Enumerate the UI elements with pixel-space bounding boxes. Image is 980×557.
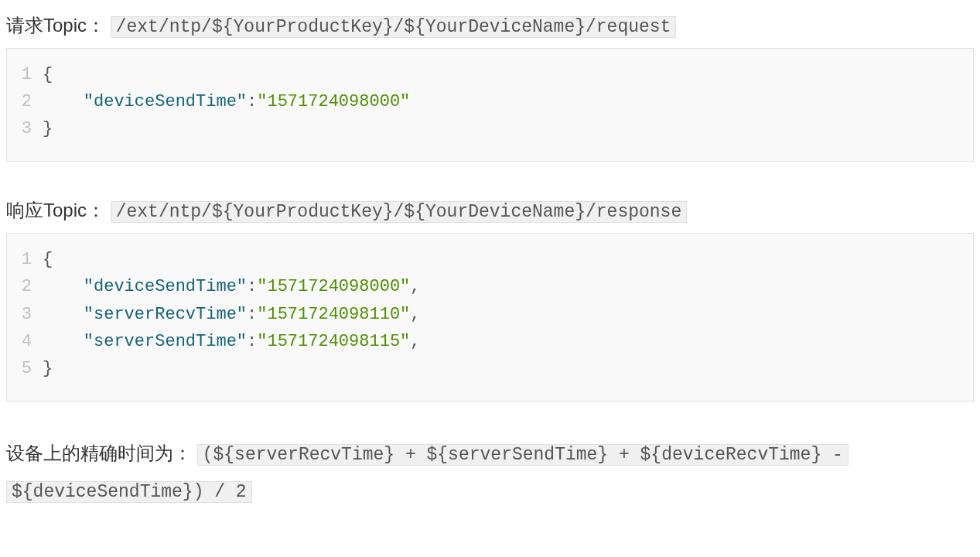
- line-number: 2: [7, 88, 43, 115]
- code-token-key: "serverRecvTime": [84, 305, 247, 324]
- formula-label: 设备上的精确时间为：: [6, 443, 192, 463]
- code-line: 2 "deviceSendTime":"1571724098000": [7, 88, 973, 115]
- code-token-str: "1571724098115": [257, 332, 410, 351]
- code-line: 4 "serverSendTime":"1571724098115",: [7, 328, 973, 355]
- code-line: 1{: [7, 246, 973, 273]
- code-token-key: "deviceSendTime": [84, 277, 247, 296]
- code-line: 3}: [7, 115, 973, 142]
- code-token-punct: [43, 305, 84, 324]
- code-token-str: "1571724098000": [257, 92, 410, 111]
- code-token-punct: :: [247, 277, 257, 296]
- line-number: 3: [7, 301, 43, 328]
- line-number: 4: [7, 328, 43, 355]
- line-number: 1: [7, 61, 43, 88]
- code-token-str: "1571724098110": [257, 305, 410, 324]
- code-content: "deviceSendTime":"1571724098000": [43, 88, 410, 115]
- request-topic-path: /ext/ntp/${YourProductKey}/${YourDeviceN…: [111, 16, 677, 38]
- request-topic-label: 请求Topic：: [6, 15, 105, 36]
- code-content: {: [43, 61, 53, 88]
- code-token-punct: [43, 332, 84, 351]
- line-number: 3: [7, 115, 43, 142]
- code-line: 5}: [7, 355, 973, 382]
- code-token-key: "deviceSendTime": [84, 92, 247, 111]
- line-number: 5: [7, 355, 43, 382]
- code-token-str: "1571724098000": [257, 277, 410, 296]
- code-token-brace: {: [43, 65, 53, 84]
- response-code-block: 1{2 "deviceSendTime":"1571724098000",3 "…: [6, 233, 974, 402]
- code-content: "serverRecvTime":"1571724098110",: [43, 301, 421, 328]
- code-content: }: [43, 355, 53, 382]
- code-token-brace: }: [43, 119, 53, 138]
- code-line: 1{: [7, 61, 973, 88]
- code-token-punct: ,: [410, 277, 420, 296]
- code-content: }: [43, 115, 53, 142]
- response-topic-label: 响应Topic：: [6, 200, 105, 220]
- code-token-key: "serverSendTime": [84, 332, 247, 351]
- code-token-punct: [43, 277, 84, 296]
- code-token-brace: {: [43, 250, 53, 269]
- code-token-punct: ,: [410, 305, 420, 324]
- code-token-punct: :: [247, 332, 257, 351]
- code-token-punct: :: [247, 305, 257, 324]
- line-number: 2: [7, 273, 43, 300]
- response-topic-line: 响应Topic： /ext/ntp/${YourProductKey}/${Yo…: [6, 196, 974, 227]
- request-topic-line: 请求Topic： /ext/ntp/${YourProductKey}/${Yo…: [6, 11, 974, 42]
- code-token-punct: :: [247, 92, 257, 111]
- code-line: 3 "serverRecvTime":"1571724098110",: [7, 301, 973, 328]
- code-content: {: [43, 246, 53, 273]
- formula-line: 设备上的精确时间为： (${serverRecvTime} + ${server…: [6, 436, 974, 509]
- code-content: "serverSendTime":"1571724098115",: [43, 328, 421, 355]
- response-topic-path: /ext/ntp/${YourProductKey}/${YourDeviceN…: [111, 201, 688, 223]
- code-content: "deviceSendTime":"1571724098000",: [43, 273, 421, 300]
- code-line: 2 "deviceSendTime":"1571724098000",: [7, 273, 973, 300]
- formula-expr-part2: ${deviceSendTime}) / 2: [6, 481, 252, 503]
- code-token-punct: [43, 92, 84, 111]
- code-token-punct: ,: [410, 332, 420, 351]
- code-token-brace: }: [43, 359, 53, 378]
- request-code-block: 1{2 "deviceSendTime":"1571724098000"3}: [6, 48, 974, 162]
- formula-expr-part1: (${serverRecvTime} + ${serverSendTime} +…: [197, 444, 849, 466]
- line-number: 1: [7, 246, 43, 273]
